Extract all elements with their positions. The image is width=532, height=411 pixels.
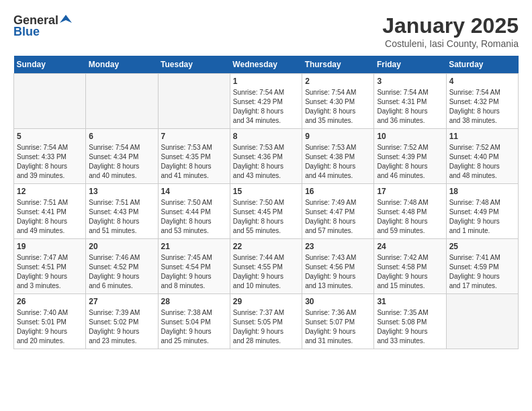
- day-number: 1: [233, 77, 299, 86]
- calendar-cell-w2-d5: 9Sunrise: 7:53 AM Sunset: 4:38 PM Daylig…: [302, 129, 374, 184]
- day-number: 4: [449, 77, 515, 86]
- day-info: Sunrise: 7:53 AM Sunset: 4:36 PM Dayligh…: [233, 143, 299, 181]
- week-row-3: 12Sunrise: 7:51 AM Sunset: 4:41 PM Dayli…: [14, 184, 519, 239]
- calendar-cell-w1-d3: [158, 74, 230, 129]
- logo-bird-icon: [60, 13, 72, 26]
- calendar-cell-w5-d2: 27Sunrise: 7:39 AM Sunset: 5:02 PM Dayli…: [86, 294, 158, 349]
- calendar-cell-w3-d2: 13Sunrise: 7:51 AM Sunset: 4:43 PM Dayli…: [86, 184, 158, 239]
- day-number: 13: [89, 187, 154, 196]
- day-info: Sunrise: 7:38 AM Sunset: 5:04 PM Dayligh…: [161, 308, 227, 346]
- calendar-cell-w5-d7: [446, 294, 518, 349]
- calendar-cell-w3-d1: 12Sunrise: 7:51 AM Sunset: 4:41 PM Dayli…: [14, 184, 86, 239]
- day-number: 15: [233, 187, 299, 196]
- calendar-cell-w2-d1: 5Sunrise: 7:54 AM Sunset: 4:33 PM Daylig…: [14, 129, 86, 184]
- col-saturday: Saturday: [446, 56, 518, 74]
- calendar-cell-w5-d5: 30Sunrise: 7:36 AM Sunset: 5:07 PM Dayli…: [302, 294, 374, 349]
- day-number: 21: [161, 242, 227, 251]
- calendar-cell-w3-d4: 15Sunrise: 7:50 AM Sunset: 4:45 PM Dayli…: [230, 184, 302, 239]
- day-number: 5: [17, 132, 83, 141]
- day-info: Sunrise: 7:54 AM Sunset: 4:30 PM Dayligh…: [305, 88, 371, 126]
- day-number: 24: [377, 242, 443, 251]
- day-info: Sunrise: 7:46 AM Sunset: 4:52 PM Dayligh…: [89, 253, 154, 291]
- calendar-cell-w5-d1: 26Sunrise: 7:40 AM Sunset: 5:01 PM Dayli…: [14, 294, 86, 349]
- day-info: Sunrise: 7:52 AM Sunset: 4:40 PM Dayligh…: [449, 143, 515, 181]
- day-number: 31: [377, 297, 443, 306]
- week-row-2: 5Sunrise: 7:54 AM Sunset: 4:33 PM Daylig…: [14, 129, 519, 184]
- col-friday: Friday: [374, 56, 446, 74]
- day-info: Sunrise: 7:52 AM Sunset: 4:39 PM Dayligh…: [377, 143, 443, 181]
- day-info: Sunrise: 7:48 AM Sunset: 4:49 PM Dayligh…: [449, 198, 515, 236]
- calendar-cell-w3-d6: 17Sunrise: 7:48 AM Sunset: 4:48 PM Dayli…: [374, 184, 446, 239]
- day-info: Sunrise: 7:45 AM Sunset: 4:54 PM Dayligh…: [161, 253, 227, 291]
- calendar-title: January 2025: [382, 13, 519, 38]
- week-row-4: 19Sunrise: 7:47 AM Sunset: 4:51 PM Dayli…: [14, 239, 519, 294]
- day-info: Sunrise: 7:37 AM Sunset: 5:05 PM Dayligh…: [233, 308, 299, 346]
- day-info: Sunrise: 7:42 AM Sunset: 4:58 PM Dayligh…: [377, 253, 443, 291]
- calendar-cell-w1-d1: [14, 74, 86, 129]
- day-number: 22: [233, 242, 299, 251]
- day-info: Sunrise: 7:54 AM Sunset: 4:32 PM Dayligh…: [449, 88, 515, 126]
- day-number: 20: [89, 242, 154, 251]
- calendar-cell-w1-d4: 1Sunrise: 7:54 AM Sunset: 4:29 PM Daylig…: [230, 74, 302, 129]
- calendar-cell-w5-d6: 31Sunrise: 7:35 AM Sunset: 5:08 PM Dayli…: [374, 294, 446, 349]
- day-number: 16: [305, 187, 371, 196]
- day-info: Sunrise: 7:54 AM Sunset: 4:34 PM Dayligh…: [89, 143, 154, 181]
- day-number: 10: [377, 132, 443, 141]
- col-sunday: Sunday: [14, 56, 86, 74]
- calendar-table: Sunday Monday Tuesday Wednesday Thursday…: [13, 56, 519, 349]
- calendar-cell-w2-d7: 11Sunrise: 7:52 AM Sunset: 4:40 PM Dayli…: [446, 129, 518, 184]
- day-number: 7: [161, 132, 227, 141]
- calendar-cell-w4-d7: 25Sunrise: 7:41 AM Sunset: 4:59 PM Dayli…: [446, 239, 518, 294]
- day-info: Sunrise: 7:51 AM Sunset: 4:43 PM Dayligh…: [89, 198, 154, 236]
- week-row-5: 26Sunrise: 7:40 AM Sunset: 5:01 PM Dayli…: [14, 294, 519, 349]
- day-number: 29: [233, 297, 299, 306]
- calendar-cell-w1-d5: 2Sunrise: 7:54 AM Sunset: 4:30 PM Daylig…: [302, 74, 374, 129]
- day-info: Sunrise: 7:54 AM Sunset: 4:33 PM Dayligh…: [17, 143, 83, 181]
- calendar-cell-w2-d3: 7Sunrise: 7:53 AM Sunset: 4:35 PM Daylig…: [158, 129, 230, 184]
- calendar-cell-w4-d4: 22Sunrise: 7:44 AM Sunset: 4:55 PM Dayli…: [230, 239, 302, 294]
- day-number: 25: [449, 242, 515, 251]
- day-info: Sunrise: 7:36 AM Sunset: 5:07 PM Dayligh…: [305, 308, 371, 346]
- svg-marker-0: [60, 15, 72, 23]
- day-number: 27: [89, 297, 154, 306]
- day-number: 19: [17, 242, 83, 251]
- week-row-1: 1Sunrise: 7:54 AM Sunset: 4:29 PM Daylig…: [14, 74, 519, 129]
- col-thursday: Thursday: [302, 56, 374, 74]
- day-info: Sunrise: 7:47 AM Sunset: 4:51 PM Dayligh…: [17, 253, 83, 291]
- day-info: Sunrise: 7:49 AM Sunset: 4:47 PM Dayligh…: [305, 198, 371, 236]
- calendar-cell-w5-d4: 29Sunrise: 7:37 AM Sunset: 5:05 PM Dayli…: [230, 294, 302, 349]
- day-number: 23: [305, 242, 371, 251]
- day-info: Sunrise: 7:50 AM Sunset: 4:44 PM Dayligh…: [161, 198, 227, 236]
- calendar-subtitle: Costuleni, Iasi County, Romania: [382, 38, 519, 49]
- calendar-cell-w1-d2: [86, 74, 158, 129]
- day-number: 11: [449, 132, 515, 141]
- day-number: 3: [377, 77, 443, 86]
- day-number: 9: [305, 132, 371, 141]
- logo-blue-text: Blue: [13, 25, 40, 39]
- day-number: 26: [17, 297, 83, 306]
- calendar-header-row: Sunday Monday Tuesday Wednesday Thursday…: [14, 56, 519, 74]
- day-info: Sunrise: 7:54 AM Sunset: 4:31 PM Dayligh…: [377, 88, 443, 126]
- day-number: 17: [377, 187, 443, 196]
- day-info: Sunrise: 7:43 AM Sunset: 4:56 PM Dayligh…: [305, 253, 371, 291]
- day-number: 6: [89, 132, 154, 141]
- day-number: 28: [161, 297, 227, 306]
- day-info: Sunrise: 7:53 AM Sunset: 4:38 PM Dayligh…: [305, 143, 371, 181]
- calendar-cell-w3-d3: 14Sunrise: 7:50 AM Sunset: 4:44 PM Dayli…: [158, 184, 230, 239]
- day-info: Sunrise: 7:48 AM Sunset: 4:48 PM Dayligh…: [377, 198, 443, 236]
- calendar-cell-w2-d2: 6Sunrise: 7:54 AM Sunset: 4:34 PM Daylig…: [86, 129, 158, 184]
- calendar-cell-w3-d7: 18Sunrise: 7:48 AM Sunset: 4:49 PM Dayli…: [446, 184, 518, 239]
- day-number: 2: [305, 77, 371, 86]
- day-number: 30: [305, 297, 371, 306]
- day-info: Sunrise: 7:54 AM Sunset: 4:29 PM Dayligh…: [233, 88, 299, 126]
- title-section: January 2025 Costuleni, Iasi County, Rom…: [382, 13, 519, 49]
- day-info: Sunrise: 7:41 AM Sunset: 4:59 PM Dayligh…: [449, 253, 515, 291]
- day-info: Sunrise: 7:39 AM Sunset: 5:02 PM Dayligh…: [89, 308, 154, 346]
- calendar-cell-w4-d5: 23Sunrise: 7:43 AM Sunset: 4:56 PM Dayli…: [302, 239, 374, 294]
- day-info: Sunrise: 7:40 AM Sunset: 5:01 PM Dayligh…: [17, 308, 83, 346]
- calendar-cell-w4-d3: 21Sunrise: 7:45 AM Sunset: 4:54 PM Dayli…: [158, 239, 230, 294]
- calendar-cell-w4-d1: 19Sunrise: 7:47 AM Sunset: 4:51 PM Dayli…: [14, 239, 86, 294]
- calendar-cell-w2-d6: 10Sunrise: 7:52 AM Sunset: 4:39 PM Dayli…: [374, 129, 446, 184]
- col-monday: Monday: [86, 56, 158, 74]
- day-info: Sunrise: 7:44 AM Sunset: 4:55 PM Dayligh…: [233, 253, 299, 291]
